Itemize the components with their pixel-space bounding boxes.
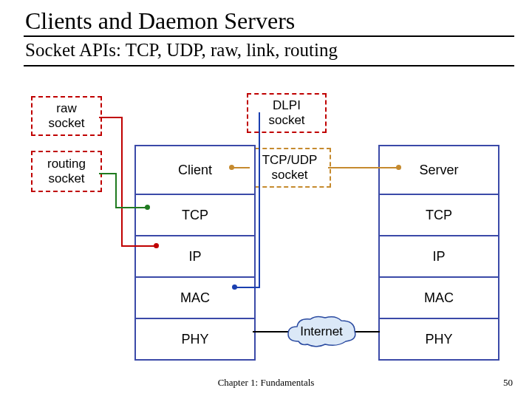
routing-socket-l1: routing	[47, 157, 86, 171]
tcpudp-endpoint-dot-right	[396, 165, 401, 170]
tcpudp-connector-right	[328, 167, 399, 168]
rule-sub	[24, 65, 514, 66]
server-layer-phy: PHY	[380, 318, 498, 359]
server-layer-mac: MAC	[380, 276, 498, 318]
tcpudp-endpoint-dot-left	[229, 165, 234, 170]
slide-title: Clients and Daemon Servers	[25, 7, 295, 35]
client-layer-tcp: TCP	[136, 194, 254, 235]
page-number: 50	[503, 377, 513, 389]
dlpi-socket-l2: socket	[268, 113, 304, 128]
raw-connector	[99, 117, 123, 118]
tcpudp-socket-l1: TCP/UDP	[262, 153, 318, 168]
slide-subtitle: Socket APIs: TCP, UDP, raw, link, routin…	[25, 40, 338, 61]
dlpi-connector	[235, 287, 260, 288]
dlpi-socket-l1: DLPI	[273, 98, 301, 113]
client-stack: Client TCP IP MAC PHY	[134, 145, 256, 361]
tcpudp-socket-l2: socket	[271, 168, 307, 183]
raw-socket-l1: raw	[56, 101, 76, 116]
client-layer-phy: PHY	[136, 318, 254, 359]
internet-cloud: Internet	[284, 313, 359, 350]
dlpi-endpoint-dot	[232, 284, 237, 290]
server-layer-ip: IP	[380, 235, 498, 276]
raw-socket-box: raw socket	[31, 96, 102, 136]
internet-label: Internet	[300, 324, 343, 339]
routing-connector	[115, 173, 117, 208]
server-stack: Server TCP IP MAC PHY	[378, 145, 499, 361]
tcpudp-socket-box: TCP/UDP socket	[248, 148, 331, 188]
server-layer-top: Server	[380, 146, 498, 194]
rule-top	[24, 35, 514, 37]
raw-socket-l2: socket	[48, 116, 84, 131]
tcpudp-connector-left	[232, 167, 250, 168]
raw-connector	[121, 245, 157, 247]
dlpi-connector	[259, 112, 260, 288]
client-layer-top: Client	[136, 146, 254, 194]
routing-endpoint-dot	[145, 205, 150, 210]
routing-socket-l2: socket	[48, 171, 84, 186]
routing-connector	[115, 207, 148, 208]
raw-connector	[121, 117, 123, 247]
routing-connector	[99, 173, 117, 174]
routing-socket-box: routing socket	[31, 151, 102, 192]
server-layer-tcp: TCP	[380, 194, 498, 235]
raw-endpoint-dot	[154, 243, 159, 248]
footer-text: Chapter 1: Fundamentals	[0, 377, 532, 389]
client-layer-ip: IP	[136, 235, 254, 276]
client-layer-mac: MAC	[136, 276, 254, 318]
